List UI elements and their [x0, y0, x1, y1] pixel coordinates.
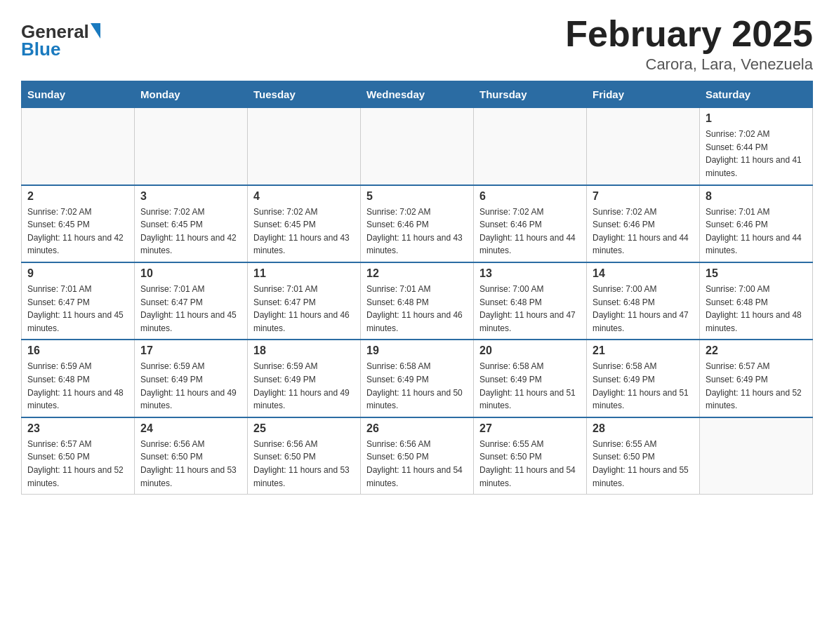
day-info: Sunrise: 7:00 AMSunset: 6:48 PMDaylight:…	[479, 283, 581, 335]
page-header: General Blue February 2025 Carora, Lara,…	[21, 14, 813, 74]
day-number: 26	[366, 422, 468, 435]
day-number: 19	[366, 344, 468, 357]
logo: General Blue	[21, 21, 100, 60]
calendar-cell	[22, 108, 135, 185]
day-number: 4	[253, 190, 355, 203]
day-number: 5	[366, 190, 468, 203]
day-info: Sunrise: 7:01 AMSunset: 6:47 PMDaylight:…	[253, 283, 355, 335]
calendar-cell: 2Sunrise: 7:02 AMSunset: 6:45 PMDaylight…	[22, 185, 135, 262]
day-number: 2	[27, 190, 128, 203]
day-info: Sunrise: 7:01 AMSunset: 6:47 PMDaylight:…	[27, 283, 128, 335]
calendar-cell	[474, 108, 587, 185]
day-info: Sunrise: 7:01 AMSunset: 6:47 PMDaylight:…	[140, 283, 241, 335]
calendar-cell: 13Sunrise: 7:00 AMSunset: 6:48 PMDayligh…	[474, 262, 587, 340]
calendar-cell: 1Sunrise: 7:02 AMSunset: 6:44 PMDaylight…	[700, 108, 813, 185]
weekday-header-sunday: Sunday	[22, 81, 135, 108]
day-info: Sunrise: 7:02 AMSunset: 6:46 PMDaylight:…	[479, 206, 581, 257]
calendar-table: SundayMondayTuesdayWednesdayThursdayFrid…	[21, 81, 813, 495]
day-info: Sunrise: 6:56 AMSunset: 6:50 PMDaylight:…	[140, 438, 241, 490]
day-info: Sunrise: 6:55 AMSunset: 6:50 PMDaylight:…	[593, 438, 694, 490]
calendar-cell: 10Sunrise: 7:01 AMSunset: 6:47 PMDayligh…	[135, 262, 248, 340]
day-number: 28	[593, 422, 694, 435]
calendar-cell	[700, 417, 813, 495]
weekday-header-tuesday: Tuesday	[248, 81, 361, 108]
day-info: Sunrise: 6:56 AMSunset: 6:50 PMDaylight:…	[366, 438, 468, 490]
month-title: February 2025	[565, 14, 813, 54]
day-info: Sunrise: 7:02 AMSunset: 6:45 PMDaylight:…	[253, 206, 355, 257]
day-number: 14	[593, 267, 694, 280]
calendar-cell: 20Sunrise: 6:58 AMSunset: 6:49 PMDayligh…	[474, 340, 587, 417]
day-info: Sunrise: 6:58 AMSunset: 6:49 PMDaylight:…	[366, 360, 468, 412]
day-info: Sunrise: 7:00 AMSunset: 6:48 PMDaylight:…	[706, 283, 807, 335]
calendar-cell	[587, 108, 700, 185]
logo-text-blue: Blue	[21, 39, 60, 60]
day-number: 18	[253, 344, 355, 357]
day-info: Sunrise: 6:57 AMSunset: 6:50 PMDaylight:…	[27, 438, 128, 490]
calendar-cell: 18Sunrise: 6:59 AMSunset: 6:49 PMDayligh…	[248, 340, 361, 417]
calendar-cell: 27Sunrise: 6:55 AMSunset: 6:50 PMDayligh…	[474, 417, 587, 495]
day-number: 16	[27, 344, 128, 357]
day-info: Sunrise: 7:02 AMSunset: 6:45 PMDaylight:…	[27, 206, 128, 257]
day-number: 15	[706, 267, 807, 280]
calendar-cell: 15Sunrise: 7:00 AMSunset: 6:48 PMDayligh…	[700, 262, 813, 340]
weekday-header-thursday: Thursday	[474, 81, 587, 108]
day-number: 1	[706, 112, 807, 125]
day-number: 24	[140, 422, 241, 435]
day-info: Sunrise: 7:00 AMSunset: 6:48 PMDaylight:…	[593, 283, 694, 335]
day-number: 23	[27, 422, 128, 435]
day-info: Sunrise: 6:58 AMSunset: 6:49 PMDaylight:…	[593, 360, 694, 412]
calendar-cell: 24Sunrise: 6:56 AMSunset: 6:50 PMDayligh…	[135, 417, 248, 495]
calendar-cell: 21Sunrise: 6:58 AMSunset: 6:49 PMDayligh…	[587, 340, 700, 417]
calendar-cell: 9Sunrise: 7:01 AMSunset: 6:47 PMDaylight…	[22, 262, 135, 340]
calendar-cell: 6Sunrise: 7:02 AMSunset: 6:46 PMDaylight…	[474, 185, 587, 262]
calendar-cell: 19Sunrise: 6:58 AMSunset: 6:49 PMDayligh…	[361, 340, 474, 417]
title-block: February 2025 Carora, Lara, Venezuela	[565, 14, 813, 74]
weekday-header-saturday: Saturday	[700, 81, 813, 108]
day-number: 27	[479, 422, 581, 435]
day-number: 12	[366, 267, 468, 280]
day-number: 13	[479, 267, 581, 280]
weekday-header-friday: Friday	[587, 81, 700, 108]
day-info: Sunrise: 7:02 AMSunset: 6:46 PMDaylight:…	[593, 206, 694, 257]
calendar-cell	[248, 108, 361, 185]
day-info: Sunrise: 7:02 AMSunset: 6:46 PMDaylight:…	[366, 206, 468, 257]
calendar-cell	[135, 108, 248, 185]
weekday-header-wednesday: Wednesday	[361, 81, 474, 108]
calendar-cell: 3Sunrise: 7:02 AMSunset: 6:45 PMDaylight…	[135, 185, 248, 262]
calendar-cell: 5Sunrise: 7:02 AMSunset: 6:46 PMDaylight…	[361, 185, 474, 262]
day-info: Sunrise: 6:55 AMSunset: 6:50 PMDaylight:…	[479, 438, 581, 490]
day-info: Sunrise: 6:59 AMSunset: 6:49 PMDaylight:…	[253, 360, 355, 412]
day-info: Sunrise: 7:02 AMSunset: 6:44 PMDaylight:…	[706, 128, 807, 180]
day-info: Sunrise: 7:01 AMSunset: 6:48 PMDaylight:…	[366, 283, 468, 335]
day-number: 11	[253, 267, 355, 280]
calendar-cell: 11Sunrise: 7:01 AMSunset: 6:47 PMDayligh…	[248, 262, 361, 340]
day-number: 20	[479, 344, 581, 357]
calendar-cell: 23Sunrise: 6:57 AMSunset: 6:50 PMDayligh…	[22, 417, 135, 495]
day-info: Sunrise: 6:59 AMSunset: 6:48 PMDaylight:…	[27, 360, 128, 412]
day-number: 10	[140, 267, 241, 280]
day-number: 9	[27, 267, 128, 280]
calendar-cell: 16Sunrise: 6:59 AMSunset: 6:48 PMDayligh…	[22, 340, 135, 417]
calendar-cell: 17Sunrise: 6:59 AMSunset: 6:49 PMDayligh…	[135, 340, 248, 417]
day-number: 8	[706, 190, 807, 203]
day-number: 17	[140, 344, 241, 357]
calendar-cell: 22Sunrise: 6:57 AMSunset: 6:49 PMDayligh…	[700, 340, 813, 417]
day-number: 22	[706, 344, 807, 357]
day-number: 25	[253, 422, 355, 435]
day-number: 21	[593, 344, 694, 357]
calendar-cell: 4Sunrise: 7:02 AMSunset: 6:45 PMDaylight…	[248, 185, 361, 262]
calendar-cell: 28Sunrise: 6:55 AMSunset: 6:50 PMDayligh…	[587, 417, 700, 495]
calendar-cell: 8Sunrise: 7:01 AMSunset: 6:46 PMDaylight…	[700, 185, 813, 262]
day-info: Sunrise: 7:02 AMSunset: 6:45 PMDaylight:…	[140, 206, 241, 257]
day-info: Sunrise: 6:57 AMSunset: 6:49 PMDaylight:…	[706, 360, 807, 412]
location: Carora, Lara, Venezuela	[565, 55, 813, 74]
calendar-cell: 26Sunrise: 6:56 AMSunset: 6:50 PMDayligh…	[361, 417, 474, 495]
day-info: Sunrise: 7:01 AMSunset: 6:46 PMDaylight:…	[706, 206, 807, 257]
day-number: 3	[140, 190, 241, 203]
day-info: Sunrise: 6:59 AMSunset: 6:49 PMDaylight:…	[140, 360, 241, 412]
day-number: 7	[593, 190, 694, 203]
calendar-cell: 14Sunrise: 7:00 AMSunset: 6:48 PMDayligh…	[587, 262, 700, 340]
day-number: 6	[479, 190, 581, 203]
calendar-cell: 7Sunrise: 7:02 AMSunset: 6:46 PMDaylight…	[587, 185, 700, 262]
day-info: Sunrise: 6:58 AMSunset: 6:49 PMDaylight:…	[479, 360, 581, 412]
